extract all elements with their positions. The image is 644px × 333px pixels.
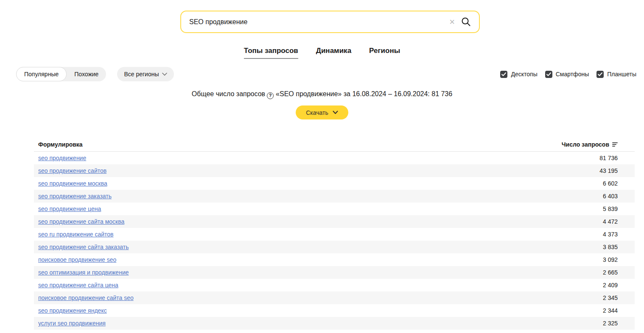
table-row: seo продвижение сайта цена2 409	[34, 279, 635, 291]
query-link[interactable]: seo продвижение сайта цена	[34, 282, 118, 289]
results-table: Формулировка Число запросов seo продвиже…	[34, 140, 635, 333]
query-link[interactable]: seo ru продвижение сайтов	[34, 231, 114, 238]
sort-descending-icon[interactable]	[612, 142, 618, 147]
tab-dynamics[interactable]: Динамика	[316, 47, 351, 59]
query-count: 2 345	[603, 294, 635, 301]
query-count: 3 835	[603, 244, 635, 250]
query-count: 3 092	[603, 256, 635, 263]
segment-similar[interactable]: Похожие	[67, 67, 106, 81]
query-count: 5 839	[603, 205, 635, 212]
checkbox-checked-icon	[500, 71, 507, 78]
search-input[interactable]	[188, 18, 443, 26]
query-link[interactable]: seo оптимизация и продвижение	[34, 269, 129, 276]
column-header-count[interactable]: Число запросов	[562, 141, 635, 148]
table-row: seo продвижение81 736	[34, 152, 635, 164]
checkbox-desktops[interactable]: Десктопы	[500, 71, 537, 78]
table-row: seo продвижение сайта заказать3 835	[34, 241, 635, 253]
query-link[interactable]: seo продвижение сайтов	[34, 167, 106, 174]
tab-bar: Топы запросов Динамика Регионы	[0, 47, 644, 59]
tab-regions[interactable]: Регионы	[369, 47, 400, 59]
checkbox-label: Десктопы	[511, 71, 537, 78]
segment-popular[interactable]: Популярные	[16, 67, 67, 81]
table-row: топ seo продвижение2 292	[34, 330, 635, 333]
download-button-label: Скачать	[306, 109, 328, 116]
query-link[interactable]: seo продвижение заказать	[34, 193, 112, 200]
query-link[interactable]: seo продвижение сайта москва	[34, 218, 124, 225]
table-body: seo продвижение81 736 seo продвижение са…	[34, 152, 635, 333]
table-row: seo продвижение сайта москва4 472	[34, 215, 635, 228]
chevron-down-icon	[333, 111, 338, 114]
summary-prefix: Общее число запросов	[192, 90, 265, 97]
table-row: seo продвижение яндекс2 344	[34, 304, 635, 317]
chevron-down-icon	[162, 72, 167, 76]
query-link[interactable]: seo продвижение москва	[34, 180, 107, 187]
regions-dropdown[interactable]: Все регионы	[117, 67, 174, 81]
table-row: seo оптимизация и продвижение2 665	[34, 266, 635, 279]
checkbox-label: Смартфоны	[556, 71, 589, 78]
query-link[interactable]: услуги seo продвижения	[34, 320, 106, 327]
download-button[interactable]: Скачать	[296, 105, 348, 119]
query-link[interactable]: seo продвижение	[34, 155, 86, 161]
table-row: seo ru продвижение сайтов4 373	[34, 228, 635, 241]
query-count: 2 409	[603, 282, 635, 289]
summary-suffix: «SEO продвижение» за 16.08.2024 – 16.09.…	[276, 90, 452, 97]
query-count: 2 665	[603, 269, 635, 276]
checkbox-checked-icon	[596, 71, 604, 78]
tab-top-queries[interactable]: Топы запросов	[244, 47, 298, 59]
query-count: 2 325	[603, 320, 635, 327]
summary-line: Общее число запросов?«SEO продвижение» з…	[0, 90, 644, 99]
search-icon[interactable]	[461, 17, 471, 27]
query-link[interactable]: поисковое продвижение сайта seo	[34, 294, 134, 301]
query-link[interactable]: seo продвижение цена	[34, 205, 101, 212]
column-header-count-label: Число запросов	[562, 141, 609, 148]
regions-dropdown-label: Все регионы	[124, 71, 159, 78]
query-count: 6 602	[603, 180, 635, 187]
checkbox-tablets[interactable]: Планшеты	[596, 71, 636, 78]
checkbox-label: Планшеты	[607, 71, 636, 78]
filters-row: Популярные Похожие Все регионы Десктопы …	[16, 67, 636, 81]
query-count: 6 403	[603, 193, 635, 200]
checkbox-smartphones[interactable]: Смартфоны	[545, 71, 589, 78]
table-row: услуги seo продвижения2 325	[34, 317, 635, 330]
download-button-wrap: Скачать	[0, 105, 644, 119]
query-count: 43 195	[599, 167, 635, 174]
query-count: 4 472	[603, 218, 635, 225]
table-row: seo продвижение сайтов43 195	[34, 164, 635, 177]
clear-icon[interactable]: ×	[449, 17, 455, 27]
table-row: seo продвижение москва6 602	[34, 177, 635, 190]
query-link[interactable]: seo продвижение яндекс	[34, 307, 107, 314]
column-header-phrase: Формулировка	[34, 141, 83, 148]
query-link[interactable]: seo продвижение сайта заказать	[34, 244, 129, 250]
help-icon[interactable]: ?	[267, 92, 274, 99]
table-row: поисковое продвижение seo3 092	[34, 253, 635, 266]
query-count: 4 373	[603, 231, 635, 238]
query-count: 2 344	[603, 307, 635, 314]
query-type-segmented-control: Популярные Похожие	[16, 67, 106, 81]
table-header: Формулировка Число запросов	[34, 140, 635, 152]
query-link[interactable]: поисковое продвижение seo	[34, 256, 116, 263]
table-row: seo продвижение заказать6 403	[34, 190, 635, 203]
checkbox-checked-icon	[545, 71, 552, 78]
table-row: поисковое продвижение сайта seo2 345	[34, 291, 635, 304]
query-count: 81 736	[599, 155, 635, 161]
search-bar[interactable]: ×	[180, 11, 480, 33]
table-row: seo продвижение цена5 839	[34, 203, 635, 215]
